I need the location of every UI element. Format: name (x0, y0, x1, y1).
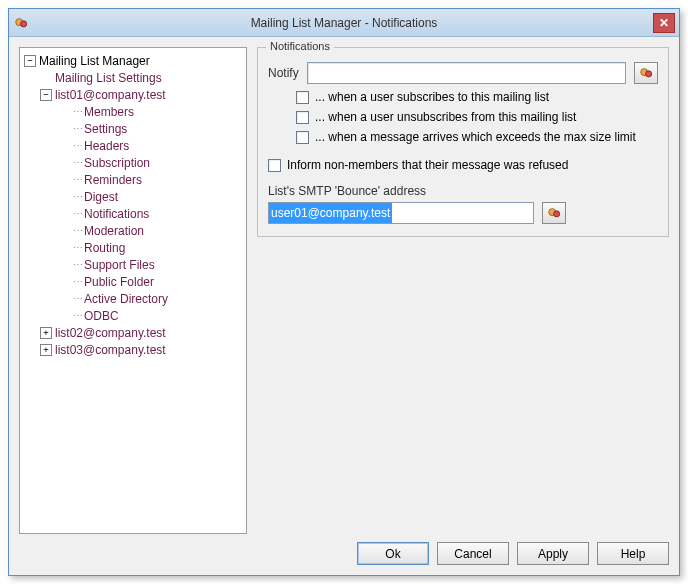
apply-button[interactable]: Apply (517, 542, 589, 565)
notifications-group: Notifications Notify ... (257, 47, 669, 237)
notify-input[interactable] (307, 62, 626, 84)
tree-item-members[interactable]: ⋯Members (22, 103, 244, 120)
svg-point-1 (21, 20, 27, 26)
nav-tree[interactable]: − Mailing List Manager Mailing List Sett… (19, 47, 247, 534)
tree-item-list03[interactable]: + list03@company.test (22, 341, 244, 358)
button-bar: Ok Cancel Apply Help (19, 542, 669, 565)
checkbox-maxsize[interactable] (296, 131, 309, 144)
tree-item-list01[interactable]: − list01@company.test (22, 86, 244, 103)
expand-icon[interactable]: + (40, 327, 52, 339)
people-icon (547, 206, 561, 220)
bounce-browse-button[interactable] (542, 202, 566, 224)
checkbox-subscribe-label: ... when a user subscribes to this maili… (315, 90, 549, 104)
notify-label: Notify (268, 66, 299, 80)
tree-item-odbc[interactable]: ⋯ODBC (22, 307, 244, 324)
svg-point-5 (554, 211, 560, 217)
checkbox-inform-nonmembers[interactable] (268, 159, 281, 172)
app-icon (13, 15, 29, 31)
titlebar[interactable]: Mailing List Manager - Notifications ✕ (9, 9, 679, 37)
checkbox-maxsize-label: ... when a message arrives which exceeds… (315, 130, 636, 144)
close-button[interactable]: ✕ (653, 13, 675, 33)
cancel-button[interactable]: Cancel (437, 542, 509, 565)
tree-item-moderation[interactable]: ⋯Moderation (22, 222, 244, 239)
checkbox-subscribe[interactable] (296, 91, 309, 104)
collapse-icon[interactable]: − (24, 55, 36, 67)
tree-item-settings[interactable]: ⋯Settings (22, 120, 244, 137)
bounce-input[interactable]: user01@company.test (268, 202, 534, 224)
svg-point-3 (646, 71, 652, 77)
tree-item-headers[interactable]: ⋯Headers (22, 137, 244, 154)
ok-button[interactable]: Ok (357, 542, 429, 565)
tree-root[interactable]: − Mailing List Manager (22, 52, 244, 69)
content-pane: Notifications Notify ... (257, 47, 669, 534)
people-icon (639, 66, 653, 80)
help-button[interactable]: Help (597, 542, 669, 565)
close-icon: ✕ (659, 16, 669, 30)
tree-item-public-folder[interactable]: ⋯Public Folder (22, 273, 244, 290)
bounce-input-value: user01@company.test (269, 203, 392, 223)
notify-browse-button[interactable] (634, 62, 658, 84)
checkbox-unsubscribe-label: ... when a user unsubscribes from this m… (315, 110, 576, 124)
window-title: Mailing List Manager - Notifications (35, 16, 653, 30)
checkbox-unsubscribe[interactable] (296, 111, 309, 124)
tree-item-list02[interactable]: + list02@company.test (22, 324, 244, 341)
expand-icon[interactable]: + (40, 344, 52, 356)
group-title: Notifications (266, 40, 334, 52)
tree-item-routing[interactable]: ⋯Routing (22, 239, 244, 256)
tree-item-support-files[interactable]: ⋯Support Files (22, 256, 244, 273)
tree-item-subscription[interactable]: ⋯Subscription (22, 154, 244, 171)
dialog-window: Mailing List Manager - Notifications ✕ −… (8, 8, 680, 576)
tree-item-mailing-list-settings[interactable]: Mailing List Settings (22, 69, 244, 86)
tree-item-notifications[interactable]: ⋯Notifications (22, 205, 244, 222)
tree-item-reminders[interactable]: ⋯Reminders (22, 171, 244, 188)
checkbox-inform-nonmembers-label: Inform non-members that their message wa… (287, 158, 568, 172)
tree-item-digest[interactable]: ⋯Digest (22, 188, 244, 205)
tree-item-active-directory[interactable]: ⋯Active Directory (22, 290, 244, 307)
collapse-icon[interactable]: − (40, 89, 52, 101)
bounce-label: List's SMTP 'Bounce' address (268, 184, 658, 198)
